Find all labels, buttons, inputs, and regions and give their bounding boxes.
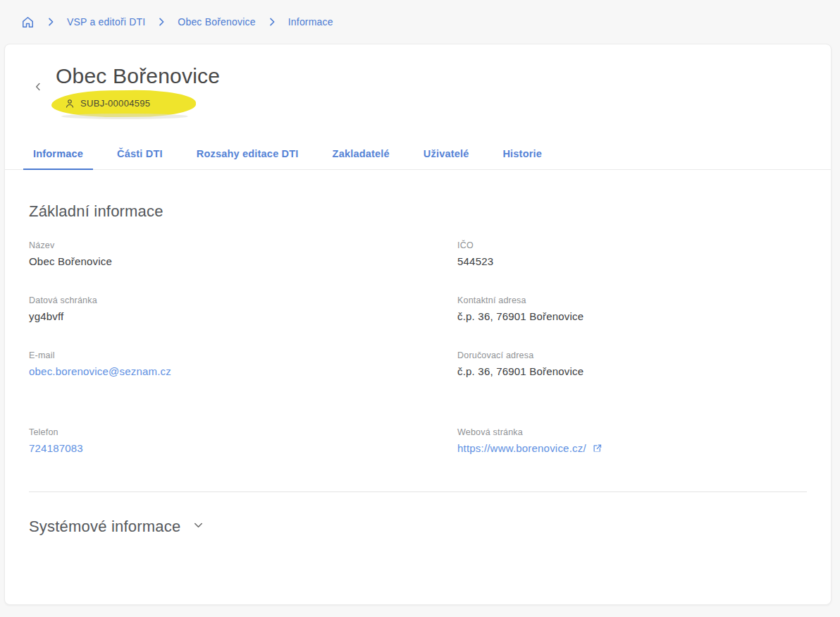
field-datova-schranka: Datová schránka yg4bvff (29, 295, 457, 322)
field-value: č.p. 36, 76901 Bořenovice (457, 310, 807, 322)
field-webova-stranka: Webová stránka https://www.borenovice.cz… (457, 427, 807, 456)
subject-id-badge: SUBJ-00004595 (57, 94, 157, 114)
tab-rozsahy-editace-dti[interactable]: Rozsahy editace DTI (187, 139, 309, 170)
tab-historie[interactable]: Historie (493, 139, 552, 170)
subject-id-text: SUBJ-00004595 (80, 98, 150, 109)
detail-card: Obec Bořenovice SUBJ-00004595 Informace … (4, 44, 832, 605)
tab-informace[interactable]: Informace (23, 139, 93, 170)
back-button[interactable] (29, 78, 47, 97)
email-link[interactable]: obec.borenovice@seznam.cz (29, 365, 171, 377)
breadcrumb-item-informace[interactable]: Informace (288, 16, 333, 28)
field-label: Webová stránka (457, 427, 807, 437)
field-label: Kontaktní adresa (457, 295, 807, 305)
tab-bar: Informace Části DTI Rozsahy editace DTI … (5, 139, 831, 170)
field-kontaktni-adresa: Kontaktní adresa č.p. 36, 76901 Bořenovi… (457, 295, 807, 322)
home-icon[interactable] (21, 16, 35, 29)
phone-link[interactable]: 724187083 (29, 442, 83, 454)
section-title-systemove-informace: Systémové informace (29, 518, 180, 536)
chevron-left-icon (32, 80, 44, 95)
tab-uzivatele[interactable]: Uživatelé (414, 139, 479, 170)
field-value: 544523 (457, 255, 807, 267)
field-label: Telefon (29, 427, 457, 437)
highlight-shadow (61, 114, 188, 119)
chevron-right-icon (45, 16, 56, 28)
field-nazev: Název Obec Bořenovice (29, 240, 457, 267)
field-value: yg4bvff (29, 310, 457, 322)
field-value: č.p. 36, 76901 Bořenovice (457, 365, 807, 377)
section-divider (29, 491, 807, 492)
tab-casti-dti[interactable]: Části DTI (107, 139, 173, 170)
field-label: IČO (457, 240, 807, 250)
field-email: E-mail obec.borenovice@seznam.cz (29, 350, 457, 378)
field-label: Doručovací adresa (457, 350, 807, 360)
chevron-down-icon (192, 518, 205, 534)
field-label: Název (29, 240, 457, 250)
person-icon (64, 98, 75, 109)
field-label: E-mail (29, 350, 457, 360)
tab-zakladatele[interactable]: Zakladatelé (323, 139, 400, 170)
chevron-right-icon (156, 16, 167, 28)
field-label: Datová schránka (29, 295, 457, 305)
section-title-zakladni-informace: Základní informace (29, 202, 807, 221)
chevron-right-icon (266, 16, 278, 28)
basic-info-grid: Název Obec Bořenovice IČO 544523 Datová … (29, 240, 807, 456)
field-ico: IČO 544523 (457, 240, 807, 267)
system-info-section-header[interactable]: Systémové informace (29, 518, 205, 536)
field-dorucovaci-adresa: Doručovací adresa č.p. 36, 76901 Bořenov… (457, 350, 807, 378)
page-title: Obec Bořenovice (56, 63, 220, 90)
field-telefon: Telefon 724187083 (29, 427, 457, 456)
breadcrumb: VSP a editoři DTI Obec Bořenovice Inform… (0, 0, 840, 44)
field-value: Obec Bořenovice (29, 255, 457, 267)
breadcrumb-item-vsp[interactable]: VSP a editoři DTI (67, 16, 145, 28)
external-link-icon[interactable] (592, 444, 603, 456)
page-header: Obec Bořenovice SUBJ-00004595 (29, 63, 807, 114)
breadcrumb-item-subject[interactable]: Obec Bořenovice (178, 16, 255, 28)
website-link[interactable]: https://www.borenovice.cz/ (457, 442, 586, 454)
